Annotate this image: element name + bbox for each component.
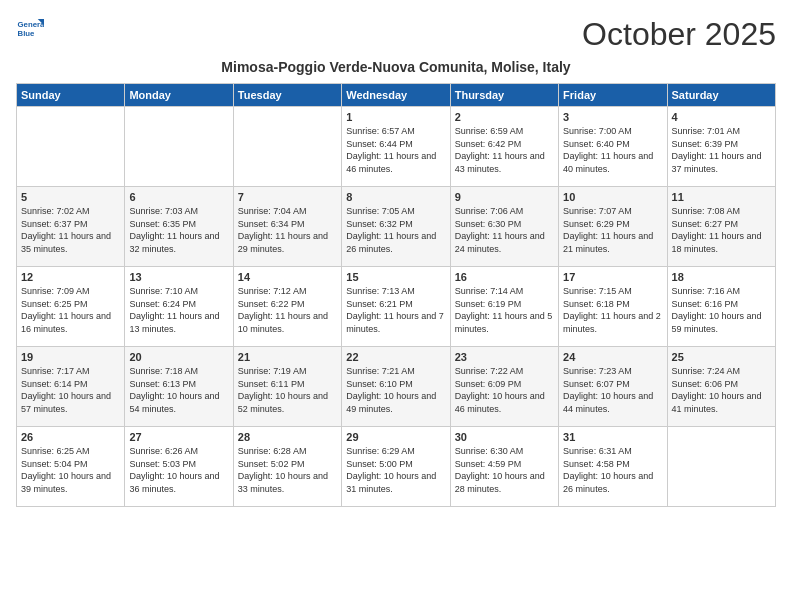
- day-number: 26: [21, 431, 120, 443]
- day-number: 2: [455, 111, 554, 123]
- calendar-cell: 28Sunrise: 6:28 AM Sunset: 5:02 PM Dayli…: [233, 427, 341, 507]
- day-number: 15: [346, 271, 445, 283]
- calendar-title: October 2025: [582, 16, 776, 53]
- calendar-table: SundayMondayTuesdayWednesdayThursdayFrid…: [16, 83, 776, 507]
- calendar-week-3: 12Sunrise: 7:09 AM Sunset: 6:25 PM Dayli…: [17, 267, 776, 347]
- day-number: 1: [346, 111, 445, 123]
- weekday-header-wednesday: Wednesday: [342, 84, 450, 107]
- calendar-cell: 17Sunrise: 7:15 AM Sunset: 6:18 PM Dayli…: [559, 267, 667, 347]
- svg-text:Blue: Blue: [18, 29, 36, 38]
- calendar-cell: 26Sunrise: 6:25 AM Sunset: 5:04 PM Dayli…: [17, 427, 125, 507]
- day-info: Sunrise: 7:03 AM Sunset: 6:35 PM Dayligh…: [129, 205, 228, 255]
- day-info: Sunrise: 7:13 AM Sunset: 6:21 PM Dayligh…: [346, 285, 445, 335]
- calendar-cell: 12Sunrise: 7:09 AM Sunset: 6:25 PM Dayli…: [17, 267, 125, 347]
- calendar-cell: 31Sunrise: 6:31 AM Sunset: 4:58 PM Dayli…: [559, 427, 667, 507]
- day-info: Sunrise: 7:00 AM Sunset: 6:40 PM Dayligh…: [563, 125, 662, 175]
- day-info: Sunrise: 7:10 AM Sunset: 6:24 PM Dayligh…: [129, 285, 228, 335]
- day-number: 18: [672, 271, 771, 283]
- day-number: 31: [563, 431, 662, 443]
- calendar-cell: 18Sunrise: 7:16 AM Sunset: 6:16 PM Dayli…: [667, 267, 775, 347]
- day-number: 13: [129, 271, 228, 283]
- calendar-cell: 3Sunrise: 7:00 AM Sunset: 6:40 PM Daylig…: [559, 107, 667, 187]
- day-number: 9: [455, 191, 554, 203]
- day-info: Sunrise: 7:15 AM Sunset: 6:18 PM Dayligh…: [563, 285, 662, 335]
- calendar-cell: 2Sunrise: 6:59 AM Sunset: 6:42 PM Daylig…: [450, 107, 558, 187]
- day-number: 11: [672, 191, 771, 203]
- calendar-cell: [125, 107, 233, 187]
- day-number: 16: [455, 271, 554, 283]
- calendar-cell: 6Sunrise: 7:03 AM Sunset: 6:35 PM Daylig…: [125, 187, 233, 267]
- day-info: Sunrise: 7:23 AM Sunset: 6:07 PM Dayligh…: [563, 365, 662, 415]
- calendar-cell: [667, 427, 775, 507]
- calendar-cell: [233, 107, 341, 187]
- day-info: Sunrise: 6:59 AM Sunset: 6:42 PM Dayligh…: [455, 125, 554, 175]
- day-info: Sunrise: 7:17 AM Sunset: 6:14 PM Dayligh…: [21, 365, 120, 415]
- day-number: 20: [129, 351, 228, 363]
- day-number: 30: [455, 431, 554, 443]
- day-info: Sunrise: 7:18 AM Sunset: 6:13 PM Dayligh…: [129, 365, 228, 415]
- calendar-cell: 11Sunrise: 7:08 AM Sunset: 6:27 PM Dayli…: [667, 187, 775, 267]
- day-number: 7: [238, 191, 337, 203]
- day-number: 27: [129, 431, 228, 443]
- day-number: 19: [21, 351, 120, 363]
- weekday-header-tuesday: Tuesday: [233, 84, 341, 107]
- calendar-week-4: 19Sunrise: 7:17 AM Sunset: 6:14 PM Dayli…: [17, 347, 776, 427]
- day-number: 21: [238, 351, 337, 363]
- calendar-cell: 14Sunrise: 7:12 AM Sunset: 6:22 PM Dayli…: [233, 267, 341, 347]
- calendar-cell: 27Sunrise: 6:26 AM Sunset: 5:03 PM Dayli…: [125, 427, 233, 507]
- day-number: 24: [563, 351, 662, 363]
- day-number: 14: [238, 271, 337, 283]
- day-info: Sunrise: 7:14 AM Sunset: 6:19 PM Dayligh…: [455, 285, 554, 335]
- day-info: Sunrise: 7:16 AM Sunset: 6:16 PM Dayligh…: [672, 285, 771, 335]
- day-info: Sunrise: 7:19 AM Sunset: 6:11 PM Dayligh…: [238, 365, 337, 415]
- day-info: Sunrise: 6:25 AM Sunset: 5:04 PM Dayligh…: [21, 445, 120, 495]
- day-info: Sunrise: 6:30 AM Sunset: 4:59 PM Dayligh…: [455, 445, 554, 495]
- calendar-cell: 23Sunrise: 7:22 AM Sunset: 6:09 PM Dayli…: [450, 347, 558, 427]
- day-info: Sunrise: 7:09 AM Sunset: 6:25 PM Dayligh…: [21, 285, 120, 335]
- day-info: Sunrise: 7:05 AM Sunset: 6:32 PM Dayligh…: [346, 205, 445, 255]
- day-info: Sunrise: 7:04 AM Sunset: 6:34 PM Dayligh…: [238, 205, 337, 255]
- day-number: 4: [672, 111, 771, 123]
- weekday-header-monday: Monday: [125, 84, 233, 107]
- weekday-header-thursday: Thursday: [450, 84, 558, 107]
- weekday-header-sunday: Sunday: [17, 84, 125, 107]
- day-number: 6: [129, 191, 228, 203]
- day-number: 10: [563, 191, 662, 203]
- calendar-cell: 24Sunrise: 7:23 AM Sunset: 6:07 PM Dayli…: [559, 347, 667, 427]
- day-info: Sunrise: 6:29 AM Sunset: 5:00 PM Dayligh…: [346, 445, 445, 495]
- calendar-cell: 4Sunrise: 7:01 AM Sunset: 6:39 PM Daylig…: [667, 107, 775, 187]
- day-info: Sunrise: 7:02 AM Sunset: 6:37 PM Dayligh…: [21, 205, 120, 255]
- calendar-cell: 10Sunrise: 7:07 AM Sunset: 6:29 PM Dayli…: [559, 187, 667, 267]
- day-info: Sunrise: 6:31 AM Sunset: 4:58 PM Dayligh…: [563, 445, 662, 495]
- day-number: 3: [563, 111, 662, 123]
- calendar-cell: 25Sunrise: 7:24 AM Sunset: 6:06 PM Dayli…: [667, 347, 775, 427]
- day-info: Sunrise: 7:21 AM Sunset: 6:10 PM Dayligh…: [346, 365, 445, 415]
- day-info: Sunrise: 7:06 AM Sunset: 6:30 PM Dayligh…: [455, 205, 554, 255]
- day-info: Sunrise: 7:01 AM Sunset: 6:39 PM Dayligh…: [672, 125, 771, 175]
- calendar-cell: 29Sunrise: 6:29 AM Sunset: 5:00 PM Dayli…: [342, 427, 450, 507]
- day-number: 23: [455, 351, 554, 363]
- calendar-cell: 15Sunrise: 7:13 AM Sunset: 6:21 PM Dayli…: [342, 267, 450, 347]
- day-number: 17: [563, 271, 662, 283]
- calendar-cell: 19Sunrise: 7:17 AM Sunset: 6:14 PM Dayli…: [17, 347, 125, 427]
- calendar-cell: 9Sunrise: 7:06 AM Sunset: 6:30 PM Daylig…: [450, 187, 558, 267]
- calendar-cell: 21Sunrise: 7:19 AM Sunset: 6:11 PM Dayli…: [233, 347, 341, 427]
- calendar-cell: 7Sunrise: 7:04 AM Sunset: 6:34 PM Daylig…: [233, 187, 341, 267]
- day-info: Sunrise: 7:22 AM Sunset: 6:09 PM Dayligh…: [455, 365, 554, 415]
- calendar-cell: 20Sunrise: 7:18 AM Sunset: 6:13 PM Dayli…: [125, 347, 233, 427]
- day-number: 25: [672, 351, 771, 363]
- day-number: 29: [346, 431, 445, 443]
- day-info: Sunrise: 7:07 AM Sunset: 6:29 PM Dayligh…: [563, 205, 662, 255]
- calendar-cell: 5Sunrise: 7:02 AM Sunset: 6:37 PM Daylig…: [17, 187, 125, 267]
- day-info: Sunrise: 6:26 AM Sunset: 5:03 PM Dayligh…: [129, 445, 228, 495]
- calendar-cell: 16Sunrise: 7:14 AM Sunset: 6:19 PM Dayli…: [450, 267, 558, 347]
- day-number: 22: [346, 351, 445, 363]
- calendar-cell: 1Sunrise: 6:57 AM Sunset: 6:44 PM Daylig…: [342, 107, 450, 187]
- calendar-cell: [17, 107, 125, 187]
- calendar-cell: 13Sunrise: 7:10 AM Sunset: 6:24 PM Dayli…: [125, 267, 233, 347]
- calendar-cell: 8Sunrise: 7:05 AM Sunset: 6:32 PM Daylig…: [342, 187, 450, 267]
- weekday-header-friday: Friday: [559, 84, 667, 107]
- day-number: 5: [21, 191, 120, 203]
- logo: General Blue: [16, 16, 48, 44]
- day-info: Sunrise: 6:28 AM Sunset: 5:02 PM Dayligh…: [238, 445, 337, 495]
